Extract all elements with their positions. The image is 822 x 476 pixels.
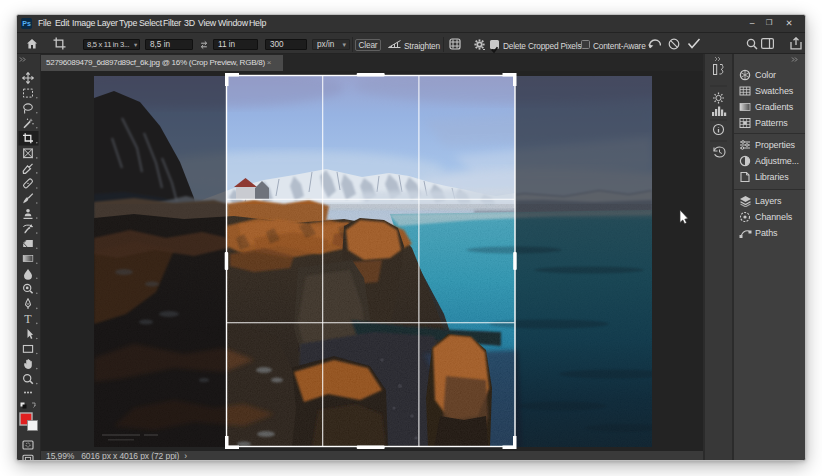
svg-text:T: T xyxy=(24,312,32,326)
